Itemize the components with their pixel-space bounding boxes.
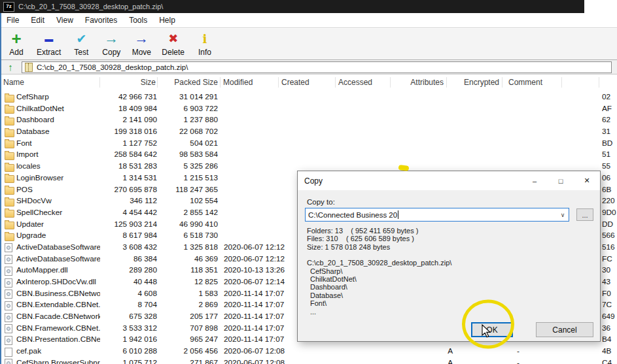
table-row[interactable]: CefSharp42 966 73131 014 29102 <box>0 91 617 103</box>
column-separator[interactable] <box>335 77 336 88</box>
file-name: POS <box>16 185 100 194</box>
column-separator[interactable] <box>502 77 502 88</box>
table-row[interactable]: Database199 318 01622 068 70231 <box>0 125 617 137</box>
add-button[interactable]: +Add <box>1 30 31 57</box>
add-icon: + <box>11 30 21 47</box>
chevron-down-icon[interactable]: ∨ <box>557 212 569 218</box>
folder-icon <box>5 220 14 229</box>
table-row[interactable]: ChilkatDotNet18 409 9846 903 722AF <box>0 103 617 114</box>
minimize-icon: – <box>533 177 537 185</box>
column-header-created[interactable]: Created <box>281 78 309 87</box>
copy-to-combobox[interactable]: C:\Connected Business 20 ∨ <box>305 208 569 222</box>
maximize-button[interactable]: □ <box>548 171 574 190</box>
dialog-title-bar[interactable]: Copy – □ ✕ <box>298 171 600 190</box>
column-separator[interactable] <box>99 77 100 88</box>
column-header-attributes[interactable]: Attributes <box>393 78 444 87</box>
zip-file-icon <box>25 63 33 72</box>
column-separator[interactable] <box>390 77 391 88</box>
test-button[interactable]: ✔Test <box>66 30 96 57</box>
file-name: Font <box>16 139 100 148</box>
crc-partial: 566 <box>602 231 617 240</box>
packed-size: 2 855 142 <box>159 208 218 217</box>
file-size: 125 903 214 <box>98 220 157 229</box>
file-size: 1 314 531 <box>98 173 157 182</box>
text-caret <box>398 210 398 219</box>
address-input[interactable]: C:\cb_20_1_7508_30928_desktop_patch.zip\ <box>22 61 612 73</box>
packed-size: 118 247 365 <box>159 185 218 194</box>
title-bar[interactable]: 7z C:\cb_20_1_7508_30928_desktop_patch.z… <box>0 0 584 13</box>
crc-partial: 31 <box>602 127 617 136</box>
close-button[interactable]: ✕ <box>574 171 600 190</box>
column-header-accessed[interactable]: Accessed <box>338 78 372 87</box>
copy-button[interactable]: →Copy <box>96 30 126 57</box>
dialog-title: Copy <box>304 176 323 186</box>
column-header-modified[interactable]: Modified <box>223 78 253 87</box>
column-header-comment[interactable]: Comment <box>508 78 542 87</box>
folder-icon <box>5 127 14 137</box>
file-name: CBN.Extendable.CBNet... <box>16 300 100 309</box>
up-one-level-button[interactable]: ↑ <box>3 61 18 73</box>
file-size: 270 695 878 <box>98 185 157 194</box>
packed-size: 5 325 286 <box>159 161 218 171</box>
table-row[interactable]: Import258 584 64298 583 58451 <box>0 148 617 160</box>
menu-favorites[interactable]: Favorites <box>79 16 123 25</box>
modified-date: 2020-06-07 12:14 <box>224 277 285 286</box>
menu-edit[interactable]: Edit <box>25 16 50 25</box>
table-row[interactable]: Dashboard2 141 0901 237 88062 <box>0 114 617 125</box>
dll-icon <box>5 301 12 310</box>
column-separator[interactable] <box>278 77 279 88</box>
cancel-button[interactable]: Cancel <box>536 322 593 337</box>
column-separator[interactable] <box>561 77 562 88</box>
spacer <box>307 251 451 259</box>
menu-help[interactable]: Help <box>153 16 181 25</box>
folder-list-item: ... <box>307 308 451 316</box>
minimize-button[interactable]: – <box>521 171 548 190</box>
test-icon: ✔ <box>76 30 86 47</box>
modified-date: 2020-06-07 12:12 <box>224 242 285 252</box>
packed-size: 271 867 <box>159 358 218 364</box>
column-separator[interactable] <box>220 77 220 88</box>
menu-tools[interactable]: Tools <box>123 16 153 25</box>
column-header-name[interactable]: Name <box>3 78 24 87</box>
crc-partial: 06 <box>602 173 617 182</box>
packed-size: 2 056 456 <box>159 346 218 356</box>
file-name: Import <box>16 150 100 159</box>
file-name: CBN.Business.CBNetwo... <box>16 289 100 298</box>
maximize-icon: □ <box>559 177 563 185</box>
crc-partial: C4 <box>602 358 617 364</box>
column-separator[interactable] <box>599 77 599 88</box>
toolbar-label: Info <box>198 48 211 57</box>
modified-date: 2020-06-07 12:08 <box>224 358 285 364</box>
browse-button[interactable]: ... <box>576 208 593 221</box>
column-header-size[interactable]: Size <box>98 78 156 87</box>
file-name: AxInterop.SHDocVw.dll <box>16 277 100 286</box>
table-row[interactable]: cef.pak6 010 2882 056 4562020-06-07 12:0… <box>0 345 617 357</box>
column-header-encrypted[interactable]: Encrypted <box>448 78 499 87</box>
file-name: Updater <box>16 220 100 229</box>
copy-to-value: C:\Connected Business 20 <box>308 211 397 219</box>
folder-list-item: Database\ <box>307 291 451 299</box>
column-header-packed-size[interactable]: Packed Size <box>160 78 218 87</box>
column-separator[interactable] <box>446 77 447 88</box>
7zip-window: 7z C:\cb_20_1_7508_30928_desktop_patch.z… <box>0 0 617 364</box>
table-row[interactable]: Font1 127 752504 021BD <box>0 137 617 149</box>
packed-size: 46 990 410 <box>159 220 218 229</box>
archive-path: C:\cb_20_1_7508_30928_desktop_patch.zip\ <box>307 259 451 267</box>
delete-button[interactable]: ✖Delete <box>156 30 190 57</box>
modified-date: 2020-11-14 17:07 <box>224 300 284 309</box>
menu-file[interactable]: File <box>1 16 25 25</box>
dll-icon <box>5 242 12 252</box>
file-size: 6 010 288 <box>98 346 157 356</box>
packed-size: 1 583 <box>159 289 218 298</box>
extract-button[interactable]: ▬Extract <box>31 30 66 57</box>
modified-date: 2020-06-07 12:12 <box>224 254 285 263</box>
move-button[interactable]: →Move <box>126 30 156 57</box>
delete-icon: ✖ <box>168 30 178 47</box>
table-row[interactable]: CefSharp.BrowserSubpr...1 075 712271 867… <box>0 357 617 364</box>
menu-view[interactable]: View <box>50 16 79 25</box>
dll-icon <box>5 358 12 364</box>
column-separator[interactable] <box>157 77 158 88</box>
file-name: Dashboard <box>16 115 100 124</box>
folder-icon <box>5 116 14 125</box>
info-button[interactable]: iInfo <box>190 30 220 57</box>
